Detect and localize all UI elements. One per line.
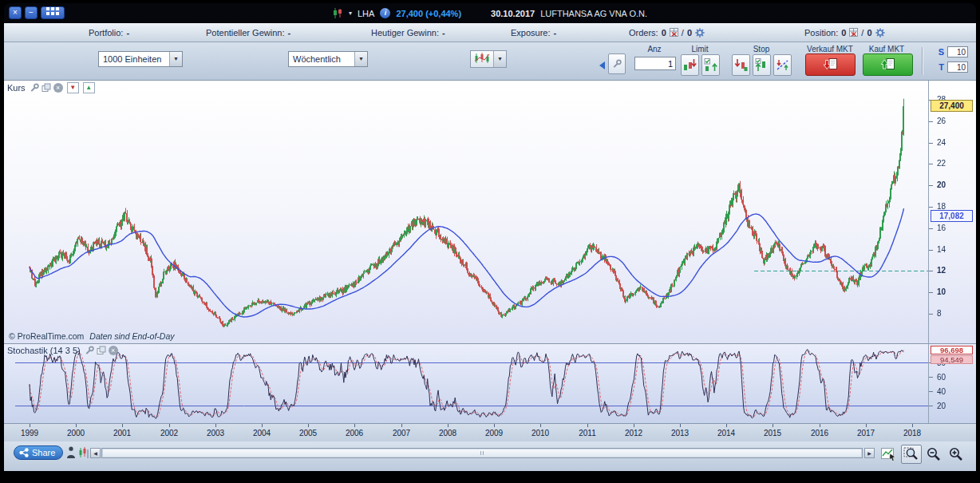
price-axis-tick — [929, 271, 933, 271]
todays-gain-value: - — [442, 28, 445, 38]
year-label: 2017 — [852, 429, 879, 437]
year-label: 2008 — [434, 429, 461, 437]
stoch-close-panel-icon[interactable]: × — [109, 346, 118, 355]
sell-stop-button[interactable] — [732, 54, 750, 76]
price-axis-label: 12 — [937, 266, 946, 275]
sell-limit-button[interactable] — [681, 54, 699, 76]
price-axis-tick — [929, 207, 933, 208]
zoom-selection-icon[interactable] — [901, 445, 922, 464]
scroll-right-button[interactable]: ▶ — [864, 448, 875, 458]
buy-limit-button[interactable] — [701, 54, 720, 76]
buy-market-label: Kauf MKT — [859, 45, 914, 53]
mini-candles-icon[interactable] — [78, 446, 89, 462]
trading-platform-window: × − ▾ LHA i 27,400 (+0,44%) 30.10.2017 L… — [0, 0, 980, 483]
price-panel-title: Kurs — [7, 83, 26, 93]
todays-gain-field: Heutiger Gewinn: - — [371, 26, 445, 38]
stoch-duplicate-panel-icon[interactable] — [97, 346, 106, 355]
take-profit-label: T — [939, 62, 944, 72]
price-chart-canvas[interactable] — [15, 81, 930, 344]
year-label: 2002 — [156, 429, 183, 437]
position-count2: 0 — [867, 28, 871, 38]
cursor-mode-icon[interactable] — [879, 445, 899, 464]
year-tick — [634, 424, 634, 427]
orders-settings-gear-icon[interactable] — [695, 28, 705, 38]
sell-market-button[interactable] — [805, 53, 856, 76]
share-icon — [19, 448, 29, 457]
quantity-label: Anz — [633, 45, 676, 53]
scroll-left-button[interactable]: ◀ — [90, 448, 101, 458]
stochastic-panel-title: Stochastik (14 3 5) — [7, 346, 81, 355]
collapse-order-panel-icon[interactable] — [599, 61, 605, 69]
year-label: 2013 — [666, 429, 694, 437]
instrument-dropdown-icon[interactable]: ▾ — [349, 10, 352, 17]
quantity-input[interactable] — [634, 57, 676, 70]
take-profit-input[interactable] — [947, 61, 968, 73]
year-tick — [401, 424, 402, 427]
close-position-icon[interactable] — [849, 28, 858, 37]
year-tick — [726, 424, 727, 427]
trailing-stop-button[interactable] — [773, 54, 792, 76]
position-settings-gear-icon[interactable] — [875, 28, 885, 38]
account-bar: Portfolio: - Potentieller Gewinn: - Heut… — [4, 23, 976, 42]
chart-style-button[interactable]: ▼ — [470, 50, 507, 68]
stochastic-panel: Stochastik (14 3 5) × 96,698 94,549 8060… — [4, 344, 976, 424]
units-select[interactable]: 1000 Einheiten ▼ — [98, 51, 183, 67]
quick-buy-icon[interactable]: ▲ — [83, 82, 95, 93]
instrument-name: LUFTHANSA AG VNA O.N. — [540, 9, 647, 18]
year-label: 2007 — [388, 429, 415, 437]
orders-field: Orders: 0 / 0 — [629, 26, 705, 38]
duplicate-panel-icon[interactable] — [41, 83, 51, 93]
year-tick — [820, 424, 820, 427]
buy-stop-button[interactable] — [753, 54, 771, 76]
price-axis-label: 14 — [937, 245, 946, 254]
portfolio-label: Portfolio: — [89, 28, 123, 38]
stochastic-canvas[interactable] — [15, 344, 930, 424]
year-tick — [540, 424, 541, 427]
quick-sell-icon[interactable]: ▼ — [67, 82, 79, 93]
price-axis-label: 16 — [937, 224, 946, 232]
year-tick — [262, 424, 263, 427]
year-label: 2000 — [62, 429, 89, 437]
year-tick — [680, 424, 681, 427]
order-settings-wrench-button[interactable] — [608, 53, 626, 74]
year-tick — [448, 424, 449, 427]
panel-settings-wrench-icon[interactable] — [30, 83, 39, 93]
zoom-in-icon[interactable] — [946, 445, 966, 464]
zoom-out-icon[interactable] — [923, 445, 944, 464]
chart-scrollbar[interactable] — [101, 448, 863, 458]
cancel-orders-icon[interactable] — [670, 28, 678, 37]
time-axis[interactable]: 1999200020012002200320042005200620072008… — [4, 424, 976, 441]
stop-loss-input[interactable] — [947, 46, 968, 57]
timeframe-dropdown-arrow-icon[interactable]: ▼ — [354, 52, 367, 66]
buy-market-icon — [881, 57, 895, 72]
stochastic-axis-label: 60 — [937, 373, 946, 382]
scrollbar-thumb[interactable] — [103, 449, 861, 457]
info-icon[interactable]: i — [380, 8, 390, 18]
copyright-note: © ProRealTime.comDaten sind End-of-Day — [9, 331, 175, 341]
stochastic-axis-tick — [929, 391, 933, 392]
instrument-symbol[interactable]: LHA — [358, 9, 374, 18]
timeframe-select[interactable]: Wöchentlich ▼ — [288, 51, 368, 67]
stop-label: Stop — [730, 45, 792, 53]
workspace: Portfolio: - Potentieller Gewinn: - Heut… — [4, 23, 976, 471]
title-change-percent: (+0,44%) — [425, 9, 461, 18]
units-dropdown-arrow-icon[interactable]: ▼ — [169, 52, 182, 66]
stoch-settings-wrench-icon[interactable] — [85, 346, 94, 355]
year-label: 1999 — [16, 429, 43, 437]
title-bar: × − ▾ LHA i 27,400 (+0,44%) 30.10.2017 L… — [4, 3, 976, 23]
share-button[interactable]: Share — [14, 445, 63, 460]
close-panel-icon[interactable]: × — [53, 83, 63, 93]
buy-market-button[interactable] — [863, 53, 913, 76]
user-icon[interactable] — [66, 446, 76, 462]
price-axis[interactable]: 27,400 17,082 282624222018161412108 — [928, 81, 976, 343]
year-tick — [122, 424, 123, 427]
price-axis-tick — [929, 185, 933, 186]
stochastic-axis[interactable]: 96,698 94,549 80604020 — [928, 344, 976, 423]
stochastic-panel-header: Stochastik (14 3 5) × — [7, 346, 118, 355]
exposure-field: Exposure: - — [511, 26, 556, 38]
potential-gain-label: Potentieller Gewinn: — [206, 28, 284, 38]
sell-market-icon — [824, 57, 838, 72]
units-value: 1000 Einheiten — [99, 54, 169, 64]
chart-style-dropdown-icon[interactable]: ▼ — [493, 51, 506, 67]
year-label: 2006 — [341, 429, 368, 437]
